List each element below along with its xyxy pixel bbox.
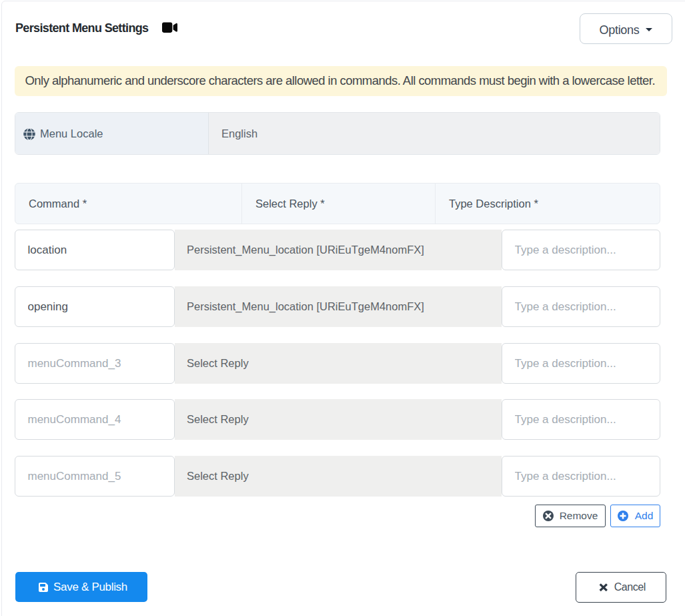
- description-input-1[interactable]: [502, 230, 660, 270]
- options-button-label: Options: [600, 23, 640, 37]
- command-input-1[interactable]: [15, 230, 175, 270]
- command-row-1: Persistent_Menu_location [URiEuTgeM4nomF…: [15, 230, 660, 270]
- description-input-2[interactable]: [502, 286, 660, 327]
- menu-locale-value: English: [221, 127, 257, 140]
- description-input-3[interactable]: [502, 343, 660, 384]
- warning-alert: Only alphanumeric and underscore charact…: [15, 66, 667, 96]
- command-input-4[interactable]: [15, 399, 175, 440]
- video-camera-icon: [162, 21, 177, 34]
- description-input-4[interactable]: [502, 399, 660, 440]
- reply-select-2[interactable]: Persistent_Menu_location [URiEuTgeM4nomF…: [175, 286, 502, 327]
- reply-select-4[interactable]: Select Reply: [175, 399, 502, 440]
- reply-select-4-value: Select Reply: [187, 413, 249, 426]
- cancel-x-icon: [599, 583, 608, 591]
- save-publish-button[interactable]: Save & Publish: [15, 572, 147, 602]
- options-button[interactable]: Options: [580, 13, 672, 44]
- caret-down-icon: [646, 28, 652, 31]
- reply-select-1[interactable]: Persistent_Menu_location [URiEuTgeM4nomF…: [175, 230, 502, 270]
- command-row-5: Select Reply: [15, 456, 660, 497]
- reply-select-3-value: Select Reply: [187, 357, 249, 370]
- cancel-button[interactable]: Cancel: [576, 572, 666, 603]
- remove-circle-x-icon: [543, 511, 554, 521]
- add-button[interactable]: Add: [610, 505, 660, 527]
- remove-button[interactable]: Remove: [535, 505, 606, 527]
- command-input-3[interactable]: [15, 343, 175, 384]
- menu-locale-row: Menu Locale English: [15, 112, 660, 155]
- command-row-4: Select Reply: [15, 399, 660, 440]
- reply-select-5[interactable]: Select Reply: [175, 456, 502, 497]
- command-row-3: Select Reply: [15, 343, 660, 384]
- column-header-command: Command *: [15, 184, 242, 224]
- command-row-2: Persistent_Menu_location [URiEuTgeM4nomF…: [15, 286, 660, 327]
- reply-select-2-value: Persistent_Menu_location [URiEuTgeM4nomF…: [187, 300, 424, 313]
- command-input-5[interactable]: [15, 456, 175, 497]
- reply-select-3[interactable]: Select Reply: [175, 343, 502, 384]
- row-actions: Remove Add: [15, 505, 660, 527]
- cancel-button-label: Cancel: [614, 581, 646, 593]
- column-header-type-description: Type Description *: [436, 184, 660, 224]
- reply-select-5-value: Select Reply: [187, 470, 249, 483]
- table-header: Command * Select Reply * Type Descriptio…: [15, 183, 660, 224]
- warning-alert-text: Only alphanumeric and underscore charact…: [25, 73, 656, 87]
- save-publish-label: Save & Publish: [53, 581, 127, 594]
- menu-locale-label: Menu Locale: [40, 127, 103, 140]
- column-header-select-reply: Select Reply *: [242, 184, 436, 224]
- description-input-5[interactable]: [502, 456, 660, 497]
- menu-locale-select[interactable]: English: [209, 113, 660, 154]
- save-floppy-icon: [39, 582, 48, 593]
- globe-icon: [23, 128, 35, 140]
- command-input-2[interactable]: [15, 286, 175, 327]
- menu-locale-label-cell: Menu Locale: [15, 113, 209, 154]
- page-title: Persistent Menu Settings: [15, 22, 148, 34]
- reply-select-1-value: Persistent_Menu_location [URiEuTgeM4nomF…: [187, 244, 424, 256]
- add-button-label: Add: [635, 510, 654, 522]
- remove-button-label: Remove: [560, 510, 598, 522]
- add-circle-plus-icon: [618, 511, 628, 521]
